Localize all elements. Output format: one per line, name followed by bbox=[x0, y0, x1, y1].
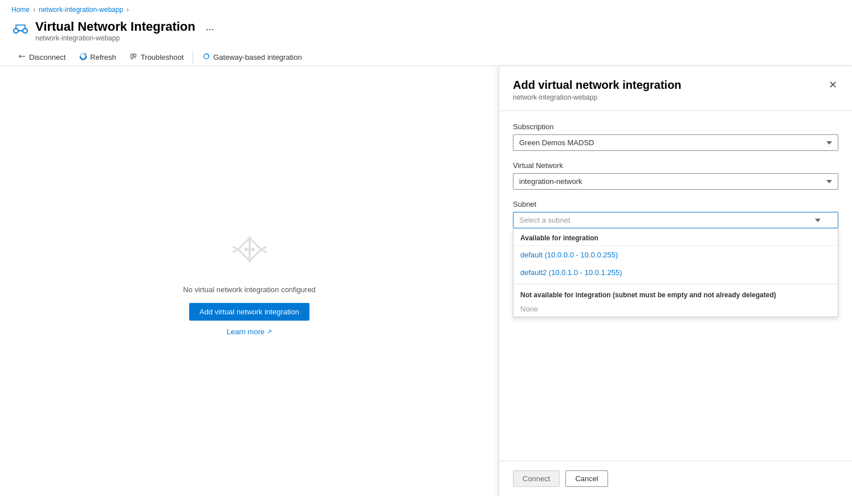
more-options-button[interactable]: ... bbox=[202, 20, 218, 34]
side-panel-title-text: Add virtual network integration bbox=[513, 79, 682, 92]
subnet-dropdown: Available for integration default (10.0.… bbox=[513, 228, 838, 317]
breadcrumb-home[interactable]: Home bbox=[11, 6, 30, 14]
subnet-option-default[interactable]: default (10.0.0.0 - 10.0.0.255) bbox=[513, 246, 838, 264]
page-title: Virtual Network Integration bbox=[35, 19, 195, 34]
svg-rect-5 bbox=[134, 54, 136, 57]
side-panel-body: Subscription Green Demos MADSD Virtual N… bbox=[499, 111, 852, 461]
gateway-integration-button[interactable]: Gateway-based integration bbox=[195, 49, 308, 65]
svg-point-10 bbox=[244, 248, 248, 251]
toolbar-separator bbox=[193, 52, 193, 63]
svg-point-0 bbox=[14, 28, 18, 33]
learn-more-link[interactable]: Learn more ↗ bbox=[227, 327, 272, 336]
svg-point-12 bbox=[251, 248, 255, 251]
page-header: Virtual Network Integration ... network-… bbox=[0, 16, 852, 42]
gateway-icon bbox=[202, 52, 210, 62]
virtual-network-label: Virtual Network bbox=[513, 161, 838, 170]
troubleshoot-button[interactable]: Troubleshoot bbox=[123, 49, 190, 65]
svg-rect-4 bbox=[131, 54, 133, 59]
toolbar: Disconnect Refresh Troubleshoot Gateway-… bbox=[0, 44, 852, 66]
subnet-option-default2[interactable]: default2 (10.0.1.0 - 10.0.1.255) bbox=[513, 264, 838, 281]
troubleshoot-icon bbox=[130, 52, 138, 62]
subnet-select-trigger[interactable]: Select a subnet bbox=[513, 212, 838, 228]
subnet-label: Subnet bbox=[513, 200, 838, 208]
vnet-icon bbox=[13, 23, 28, 39]
close-button[interactable]: ✕ bbox=[827, 77, 838, 92]
breadcrumb-app[interactable]: network-integration-webapp bbox=[39, 6, 123, 14]
refresh-icon bbox=[79, 52, 87, 62]
subscription-select[interactable]: Green Demos MADSD bbox=[513, 134, 838, 151]
side-panel: Add virtual network integration ✕ networ… bbox=[499, 66, 852, 496]
disconnect-button[interactable]: Disconnect bbox=[11, 49, 72, 65]
page-icon bbox=[11, 22, 30, 40]
refresh-button[interactable]: Refresh bbox=[72, 49, 123, 65]
subnet-unavailable-none: None bbox=[513, 301, 838, 317]
unavailable-header: Not available for integration (subnet mu… bbox=[513, 286, 838, 301]
side-panel-subtitle: network-integration-webapp bbox=[513, 93, 838, 101]
chevron-down-icon bbox=[815, 219, 821, 222]
page-subtitle: network-integration-webapp bbox=[35, 34, 218, 42]
svg-point-11 bbox=[248, 248, 251, 251]
side-panel-header: Add virtual network integration ✕ networ… bbox=[499, 66, 852, 111]
disconnect-icon bbox=[18, 52, 26, 62]
cancel-button[interactable]: Cancel bbox=[565, 470, 608, 487]
subscription-label: Subscription bbox=[513, 122, 838, 131]
empty-state-icon bbox=[221, 227, 278, 274]
add-integration-button[interactable]: Add virtual network integration bbox=[189, 303, 309, 321]
subnet-separator bbox=[513, 284, 838, 284]
virtual-network-select[interactable]: integration-network bbox=[513, 173, 838, 190]
connect-button[interactable]: Connect bbox=[513, 470, 560, 487]
external-link-icon: ↗ bbox=[267, 328, 272, 335]
left-panel: No virtual network integration configure… bbox=[0, 66, 499, 496]
side-panel-footer: Connect Cancel bbox=[499, 461, 852, 496]
available-header: Available for integration bbox=[513, 228, 838, 246]
breadcrumb: Home › network-integration-webapp › bbox=[0, 0, 852, 16]
subnet-group: Subnet Select a subnet Available for int… bbox=[513, 200, 838, 228]
subnet-placeholder: Select a subnet bbox=[519, 216, 570, 224]
empty-state-text: No virtual network integration configure… bbox=[183, 285, 316, 294]
subscription-group: Subscription Green Demos MADSD bbox=[513, 122, 838, 151]
subnet-container: Select a subnet Available for integratio… bbox=[513, 212, 838, 228]
svg-point-1 bbox=[23, 28, 27, 33]
virtual-network-group: Virtual Network integration-network bbox=[513, 161, 838, 190]
main-content: No virtual network integration configure… bbox=[0, 66, 852, 496]
